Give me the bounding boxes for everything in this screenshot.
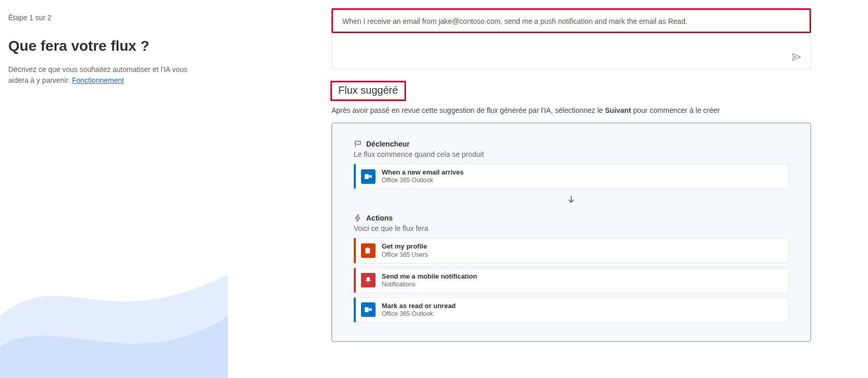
actions-label: Actions — [366, 214, 393, 222]
svg-rect-2 — [365, 308, 368, 312]
suggested-flow-title: Flux suggéré — [338, 84, 398, 96]
actions-section-header: Actions — [354, 214, 789, 222]
trigger-label: Déclencheur — [366, 140, 410, 148]
prompt-text: When I receive an email from jake@contos… — [342, 17, 800, 25]
trigger-card-text: When a new email arrives Office 365 Outl… — [382, 168, 464, 184]
office-icon — [361, 243, 375, 258]
subtitle-after: pour commencer à le créer — [631, 106, 720, 114]
svg-rect-1 — [365, 174, 368, 179]
action-card[interactable]: Send me a mobile notification Notificati… — [354, 268, 789, 293]
action-card[interactable]: Get my profile Office 365 Users — [354, 238, 789, 263]
action-sub: Office 365 Outlook — [382, 310, 456, 318]
decorative-wave — [0, 243, 228, 378]
flow-panel: Déclencheur Le flux commence quand cela … — [331, 123, 811, 342]
trigger-card-sub: Office 365 Outlook — [382, 177, 464, 184]
outlook-icon — [361, 169, 375, 184]
action-title: Get my profile — [382, 242, 428, 251]
suggested-flow-subtitle: Après avoir passé en revue cette suggest… — [331, 106, 811, 114]
prompt-highlight: When I receive an email from jake@contos… — [331, 8, 811, 33]
bell-icon — [361, 273, 375, 287]
send-icon — [791, 52, 802, 62]
outlook-icon — [361, 302, 375, 317]
flag-icon — [354, 140, 362, 148]
action-sub: Notifications — [382, 281, 477, 288]
prompt-composer[interactable] — [331, 33, 811, 69]
trigger-card-title: When a new email arrives — [382, 168, 464, 177]
trigger-section-header: Déclencheur — [354, 140, 789, 148]
action-title: Send me a mobile notification — [382, 272, 477, 281]
right-panel: When I receive an email from jake@contos… — [228, 0, 868, 378]
arrow-down-icon — [354, 194, 789, 205]
subtitle-before: Après avoir passé en revue cette suggest… — [331, 106, 605, 114]
page-description: Décrivez ce que vous souhaitez automatis… — [8, 64, 205, 86]
action-card[interactable]: Mark as read or unread Office 365 Outloo… — [354, 297, 789, 323]
actions-desc: Voici ce que le flux fera — [354, 224, 789, 232]
action-title: Mark as read or unread — [382, 302, 456, 310]
trigger-card[interactable]: When a new email arrives Office 365 Outl… — [354, 164, 789, 189]
how-it-works-link[interactable]: Fonctionnement — [72, 76, 124, 84]
step-indicator: Étape 1 sur 2 — [8, 13, 218, 22]
suggested-flow-highlight: Flux suggéré — [330, 81, 406, 101]
lightning-icon — [354, 214, 362, 222]
send-button[interactable] — [790, 50, 803, 64]
action-sub: Office 365 Users — [382, 251, 428, 259]
left-panel: Étape 1 sur 2 Que fera votre flux ? Décr… — [0, 0, 228, 378]
subtitle-bold: Suivant — [605, 106, 631, 114]
page-title: Que fera votre flux ? — [8, 37, 218, 55]
trigger-desc: Le flux commence quand cela se produit — [354, 150, 789, 158]
